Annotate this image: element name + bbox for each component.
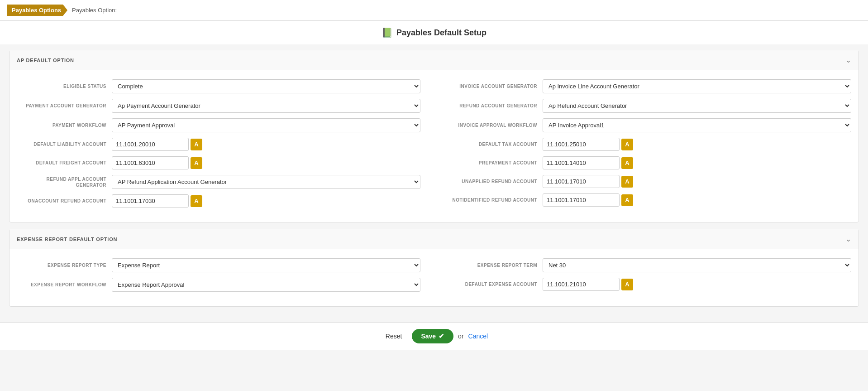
invoice-approval-workflow-select[interactable]: AP Invoice Approval1 xyxy=(543,118,851,132)
default-tax-account-a-btn[interactable]: A xyxy=(621,139,633,150)
expense-right-column: EXPENSE REPORT TERM Net 30 Net 60 Net 90… xyxy=(448,258,851,297)
payment-workflow-row: PAYMENT WORKFLOW AP Payment Approval xyxy=(17,118,420,132)
refund-account-generator-select[interactable]: Ap Refund Account Generator xyxy=(543,99,851,113)
payment-workflow-select[interactable]: AP Payment Approval xyxy=(112,118,420,132)
default-tax-account-row: DEFAULT TAX ACCOUNT A xyxy=(448,138,851,151)
expense-section: EXPENSE REPORT DEFAULT OPTION ⌄ EXPENSE … xyxy=(9,229,859,307)
default-freight-account-label: DEFAULT FREIGHT ACCOUNT xyxy=(17,160,112,166)
ap-section-header: AP DEFAULT OPTION ⌄ xyxy=(10,50,858,70)
expense-report-type-row: EXPENSE REPORT TYPE Expense Report xyxy=(17,258,420,272)
eligible-status-control: Complete Approved Validated xyxy=(112,79,420,93)
default-tax-account-control: A xyxy=(543,138,851,151)
expense-section-header: EXPENSE REPORT DEFAULT OPTION ⌄ xyxy=(10,229,858,249)
refund-account-generator-row: REFUND ACCOUNT GENERATOR Ap Refund Accou… xyxy=(448,99,851,113)
save-button[interactable]: Save ✔ xyxy=(412,329,453,343)
eligible-status-row: ELIGIBLE STATUS Complete Approved Valida… xyxy=(17,79,420,93)
expense-report-workflow-label: EXPENSE REPORT WORKFLOW xyxy=(17,282,112,288)
refund-appl-account-generator-select[interactable]: AP Refund Application Account Generator xyxy=(112,175,420,189)
expense-collapse-icon[interactable]: ⌄ xyxy=(845,235,851,243)
payment-workflow-label: PAYMENT WORKFLOW xyxy=(17,122,112,128)
invoice-account-generator-row: INVOICE ACCOUNT GENERATOR Ap Invoice Lin… xyxy=(448,79,851,93)
save-check-icon: ✔ xyxy=(439,332,444,340)
expense-report-term-label: EXPENSE REPORT TERM xyxy=(448,262,543,268)
expense-left-column: EXPENSE REPORT TYPE Expense Report EXPEN… xyxy=(17,258,420,297)
footer-bar: Reset Save ✔ or Cancel xyxy=(0,322,868,350)
breadcrumb-text: Payables Option: xyxy=(72,7,117,14)
refund-appl-account-generator-control: AP Refund Application Account Generator xyxy=(112,175,420,189)
breadcrumb-tag[interactable]: Payables Options xyxy=(7,5,67,16)
expense-report-type-control: Expense Report xyxy=(112,258,420,272)
default-liability-account-row: DEFAULT LIABILITY ACCOUNT A xyxy=(17,138,420,151)
or-text: or xyxy=(458,333,463,340)
expense-form-grid: EXPENSE REPORT TYPE Expense Report EXPEN… xyxy=(17,258,851,297)
prepayment-account-a-btn[interactable]: A xyxy=(621,157,633,169)
book-icon: 📗 xyxy=(382,27,393,38)
expense-report-workflow-row: EXPENSE REPORT WORKFLOW Expense Report A… xyxy=(17,278,420,292)
page-title: Payables Default Setup xyxy=(396,28,486,38)
onaccount-refund-account-row: ONACCOUNT REFUND ACCOUNT A xyxy=(17,194,420,208)
invoice-account-generator-control: Ap Invoice Line Account Generator xyxy=(543,79,851,93)
ap-section-title: AP DEFAULT OPTION xyxy=(17,58,74,63)
ap-collapse-icon[interactable]: ⌄ xyxy=(845,56,851,64)
default-tax-account-label: DEFAULT TAX ACCOUNT xyxy=(448,141,543,147)
payment-account-generator-row: PAYMENT ACCOUNT GENERATOR Ap Payment Acc… xyxy=(17,99,420,113)
prepayment-account-input[interactable] xyxy=(543,156,620,169)
onaccount-refund-account-label: ONACCOUNT REFUND ACCOUNT xyxy=(17,198,112,204)
expense-report-term-row: EXPENSE REPORT TERM Net 30 Net 60 Net 90 xyxy=(448,258,851,272)
invoice-approval-workflow-label: INVOICE APPROVAL WORKFLOW xyxy=(448,122,543,128)
default-freight-account-a-btn[interactable]: A xyxy=(191,157,202,169)
notidentified-refund-account-row: NOTIDENTIFIED REFUND ACCOUNT A xyxy=(448,193,851,207)
unapplied-refund-account-input[interactable] xyxy=(543,175,620,188)
expense-section-body: EXPENSE REPORT TYPE Expense Report EXPEN… xyxy=(10,249,858,306)
default-liability-account-input[interactable] xyxy=(112,138,189,151)
refund-appl-account-generator-row: REFUND APPL ACCOUNT GENERATOR AP Refund … xyxy=(17,175,420,189)
save-label: Save xyxy=(421,333,436,340)
ap-right-column: INVOICE ACCOUNT GENERATOR Ap Invoice Lin… xyxy=(448,79,851,213)
default-tax-account-input[interactable] xyxy=(543,138,620,151)
default-freight-account-control: A xyxy=(112,156,420,169)
invoice-approval-workflow-control: AP Invoice Approval1 xyxy=(543,118,851,132)
unapplied-refund-account-a-btn[interactable]: A xyxy=(621,176,633,188)
prepayment-account-control: A xyxy=(543,156,851,169)
page-title-bar: 📗 Payables Default Setup xyxy=(0,21,868,44)
notidentified-refund-account-control: A xyxy=(543,193,851,207)
expense-section-title: EXPENSE REPORT DEFAULT OPTION xyxy=(17,237,117,242)
payment-account-generator-select[interactable]: Ap Payment Account Generator xyxy=(112,99,420,113)
unapplied-refund-account-control: A xyxy=(543,175,851,188)
refund-account-generator-label: REFUND ACCOUNT GENERATOR xyxy=(448,103,543,109)
default-liability-account-control: A xyxy=(112,138,420,151)
reset-button[interactable]: Reset xyxy=(380,330,408,343)
notidentified-refund-account-input[interactable] xyxy=(543,193,620,207)
breadcrumb: Payables Options Payables Option: xyxy=(0,0,868,21)
eligible-status-label: ELIGIBLE STATUS xyxy=(17,83,112,89)
refund-account-generator-control: Ap Refund Account Generator xyxy=(543,99,851,113)
expense-report-type-label: EXPENSE REPORT TYPE xyxy=(17,262,112,268)
payment-workflow-control: AP Payment Approval xyxy=(112,118,420,132)
payment-account-generator-control: Ap Payment Account Generator xyxy=(112,99,420,113)
cancel-button[interactable]: Cancel xyxy=(468,333,488,340)
notidentified-refund-account-a-btn[interactable]: A xyxy=(621,194,633,206)
expense-report-workflow-control: Expense Report Approval xyxy=(112,278,420,292)
default-liability-account-a-btn[interactable]: A xyxy=(191,139,202,150)
main-content: AP DEFAULT OPTION ⌄ ELIGIBLE STATUS Comp… xyxy=(0,44,868,322)
default-freight-account-input[interactable] xyxy=(112,156,189,169)
refund-appl-account-generator-label: REFUND APPL ACCOUNT GENERATOR xyxy=(17,176,112,188)
ap-section-body: ELIGIBLE STATUS Complete Approved Valida… xyxy=(10,70,858,222)
default-expense-account-row: DEFAULT EXPENSE ACCOUNT A xyxy=(448,278,851,291)
default-expense-account-a-btn[interactable]: A xyxy=(621,279,633,290)
payment-account-generator-label: PAYMENT ACCOUNT GENERATOR xyxy=(17,103,112,109)
invoice-account-generator-select[interactable]: Ap Invoice Line Account Generator xyxy=(543,79,851,93)
expense-report-workflow-select[interactable]: Expense Report Approval xyxy=(112,278,420,292)
onaccount-refund-account-input[interactable] xyxy=(112,194,189,208)
prepayment-account-row: PREPAYMENT ACCOUNT A xyxy=(448,156,851,169)
unapplied-refund-account-row: UNAPPLIED REFUND ACCOUNT A xyxy=(448,175,851,188)
eligible-status-select[interactable]: Complete Approved Validated xyxy=(112,79,420,93)
default-expense-account-input[interactable] xyxy=(543,278,620,291)
onaccount-refund-account-a-btn[interactable]: A xyxy=(191,195,202,207)
ap-default-section: AP DEFAULT OPTION ⌄ ELIGIBLE STATUS Comp… xyxy=(9,50,859,222)
expense-report-type-select[interactable]: Expense Report xyxy=(112,258,420,272)
ap-left-column: ELIGIBLE STATUS Complete Approved Valida… xyxy=(17,79,420,213)
expense-report-term-control: Net 30 Net 60 Net 90 xyxy=(543,258,851,272)
expense-report-term-select[interactable]: Net 30 Net 60 Net 90 xyxy=(543,258,851,272)
default-freight-account-row: DEFAULT FREIGHT ACCOUNT A xyxy=(17,156,420,169)
